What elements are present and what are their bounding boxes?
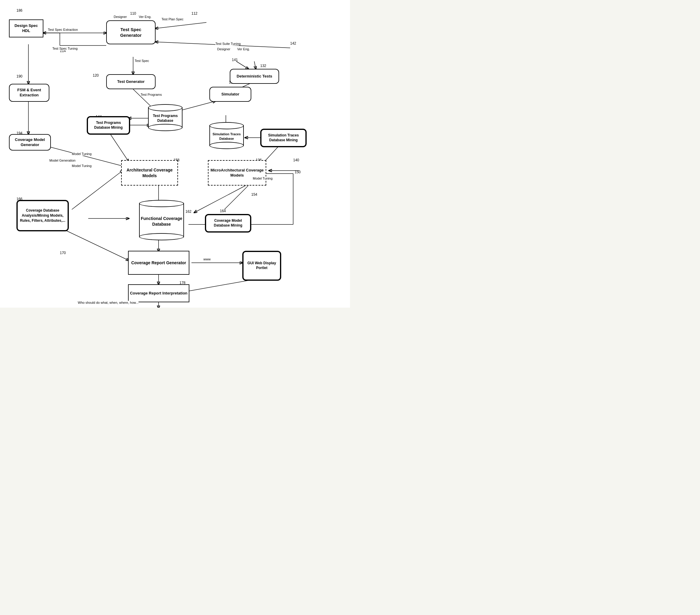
www-label: www: [203, 257, 211, 261]
ver-eng-1-label: Ver Eng.: [237, 47, 250, 51]
ref-186: 186: [16, 8, 23, 13]
simulator-label: Simulator: [221, 92, 239, 97]
svg-line-24: [66, 231, 129, 260]
ref-190: 190: [16, 74, 23, 78]
gui-web-display-label: GUI Web Display Portlet: [245, 261, 279, 270]
test-gen-box: Test Generator: [106, 74, 155, 89]
functional-coverage-db-label: Functional Coverage Database: [140, 216, 183, 226]
designer-1-label: Designer: [217, 47, 230, 51]
deterministic-tests-label: Deterministic Tests: [237, 74, 272, 79]
deterministic-tests-box: Deterministic Tests: [230, 69, 279, 84]
coverage-model-gen-label: Coverage Model Generator: [11, 137, 49, 148]
diagram: 186 190 194 116 110 118 112 114 120 124 …: [0, 0, 350, 308]
test-suite-tuning-label: Test Suite Tuning: [215, 42, 240, 46]
coverage-report-gen-box: Coverage Report Generator: [128, 251, 189, 275]
design-spec-hdl-label: Design Spec HDL: [11, 23, 41, 34]
model-tuning-right-label: Model Tuning: [253, 176, 273, 180]
who-should-label: Who should do what, when, where, how...: [78, 301, 138, 304]
test-spec-tuning-label: Test Spec Tuning: [52, 47, 77, 50]
sim-traces-db-mining-box: Simulation Traces Database Mining: [260, 129, 307, 147]
svg-line-15: [72, 171, 123, 209]
design-spec-hdl-box: Design Spec HDL: [9, 20, 43, 37]
svg-line-28: [155, 23, 207, 28]
coverage-report-gen-label: Coverage Report Generator: [131, 260, 186, 266]
ref-110: 110: [130, 11, 136, 15]
coverage-report-interp-box: Coverage Report Interpretation: [128, 284, 189, 302]
svg-line-14: [195, 183, 251, 212]
test-programs-db-box: Test Programs Database: [148, 107, 183, 128]
test-programs-db-mining-label: Test Programs Database Mining: [89, 121, 128, 130]
ref-132: 132: [260, 64, 266, 68]
ref-141: 141: [232, 58, 238, 62]
arch-coverage-models-box: Architectural Coverage Models: [121, 160, 178, 186]
ref-140: 140: [293, 158, 299, 162]
ref-164: 164: [220, 209, 226, 213]
ref-120: 120: [93, 73, 99, 77]
functional-coverage-db-box: Functional Coverage Database: [139, 203, 184, 237]
simulation-traces-db-box: Simulation Traces Database: [209, 125, 244, 146]
ref-162: 162: [186, 209, 191, 214]
coverage-db-mining-label: Coverage Database Analysis/Mining Models…: [19, 208, 66, 223]
arch-coverage-models-label: Architectural Coverage Models: [123, 167, 176, 178]
coverage-report-interp-label: Coverage Report Interpretation: [130, 291, 187, 296]
sim-traces-db-mining-label: Simulation Traces Database Mining: [263, 133, 304, 143]
test-spec-label: Test Spec: [135, 59, 149, 63]
svg-line-32: [254, 61, 256, 69]
ref-112: 112: [191, 11, 198, 15]
ver-eng-2-label: Ver Eng.: [139, 15, 151, 19]
simulation-traces-db-label: Simulation Traces Database: [210, 132, 243, 141]
test-spec-gen-box: Test SpecGenerator: [106, 20, 155, 44]
ref-142: 142: [290, 41, 296, 46]
microarch-coverage-models-box: MicroArchitectural Coverage Models: [208, 160, 266, 186]
coverage-model-db-mining-box: Coverage Model Database Mining: [205, 214, 251, 233]
ref-154: 154: [251, 193, 257, 197]
model-tuning-2-label: Model Tuning: [72, 164, 91, 168]
model-tuning-left-label: Model Tuning: [72, 152, 91, 156]
fsm-event-label: FSM & Event Extraction: [11, 88, 48, 98]
test-spec-extraction-label: Test Spec Extraction: [48, 28, 78, 32]
model-generation-label: Model Generation: [49, 159, 75, 162]
coverage-db-mining-box: Coverage Database Analysis/Mining Models…: [16, 200, 69, 231]
fsm-event-box: FSM & Event Extraction: [9, 84, 49, 102]
test-spec-gen-label: Test SpecGenerator: [120, 27, 142, 38]
ref-150: 150: [295, 170, 301, 174]
test-plan-spec-label: Test Plan Spec: [162, 17, 183, 21]
test-gen-label: Test Generator: [117, 79, 145, 84]
svg-line-19: [224, 183, 251, 209]
designer-2-label: Designer: [114, 15, 127, 19]
svg-line-7: [179, 101, 215, 111]
gui-web-display-box: GUI Web Display Portlet: [242, 251, 281, 281]
svg-line-31: [236, 61, 248, 69]
ref-170: 170: [60, 251, 66, 255]
svg-line-10: [111, 135, 129, 162]
coverage-model-gen-box: Coverage Model Generator: [9, 134, 51, 150]
coverage-model-db-mining-label: Coverage Model Database Mining: [207, 219, 249, 228]
test-programs-label: Test Programs: [141, 93, 162, 96]
test-programs-db-label: Test Programs Database: [149, 114, 182, 123]
simulator-box: Simulator: [209, 87, 251, 102]
test-programs-db-mining-box: Test Programs Database Mining: [87, 116, 130, 135]
